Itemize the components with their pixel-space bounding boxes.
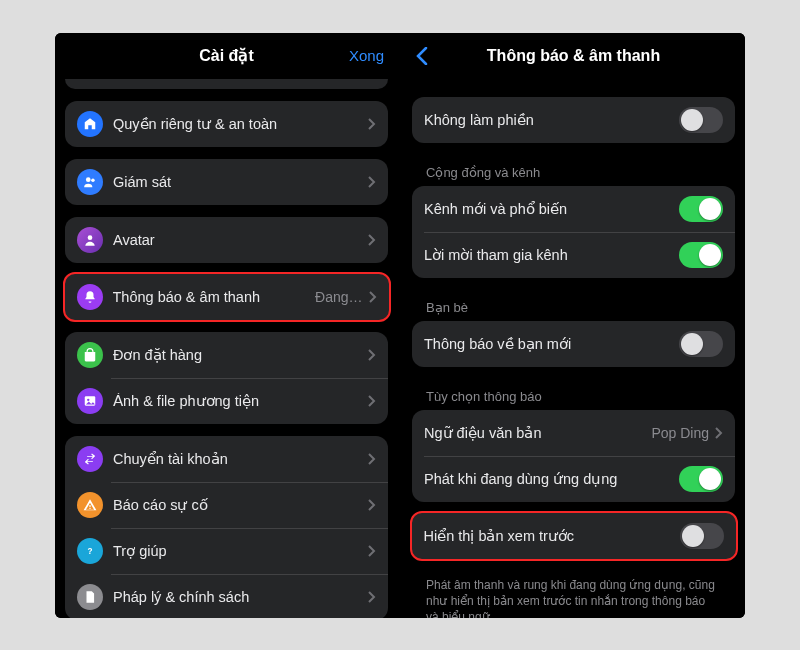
- row-help[interactable]: ? Trợ giúp: [65, 528, 388, 574]
- svg-point-0: [86, 177, 91, 182]
- show-preview-highlighted: Hiển thị bản xem trước: [410, 511, 738, 561]
- document-icon: [77, 584, 103, 610]
- row-channel-new[interactable]: Kênh mới và phổ biến: [412, 186, 735, 232]
- image-icon: [77, 388, 103, 414]
- chevron-right-icon: [368, 118, 376, 130]
- row-play-in-app[interactable]: Phát khi đang dùng ứng dụng: [412, 456, 735, 502]
- chevron-right-icon: [368, 176, 376, 188]
- toggle-channel-new[interactable]: [679, 196, 723, 222]
- privacy-group: Quyền riêng tư & an toàn: [65, 101, 388, 147]
- row-label: Pháp lý & chính sách: [113, 589, 362, 605]
- row-text-tone[interactable]: Ngữ điệu văn bản Pop Ding: [412, 410, 735, 456]
- section-friends: Bạn bè: [412, 290, 735, 321]
- bag-icon: [77, 342, 103, 368]
- avatar-icon: [77, 227, 103, 253]
- row-label: Thông báo & âm thanh: [113, 289, 310, 305]
- supervision-group: Giám sát: [65, 159, 388, 205]
- row-media[interactable]: Ảnh & file phương tiện: [65, 378, 388, 424]
- row-label: Giám sát: [113, 174, 362, 190]
- row-avatar[interactable]: Avatar: [65, 217, 388, 263]
- done-button[interactable]: Xong: [349, 47, 384, 64]
- toggle-play-in-app[interactable]: [679, 466, 723, 492]
- chevron-right-icon: [368, 591, 376, 603]
- people-icon: [77, 169, 103, 195]
- left-navbar: Cài đặt Xong: [55, 33, 398, 79]
- row-label: Kênh mới và phổ biến: [424, 201, 671, 217]
- toggle-show-preview[interactable]: [680, 523, 724, 549]
- row-label: Ngữ điệu văn bản: [424, 425, 645, 441]
- chevron-right-icon: [368, 234, 376, 246]
- row-report[interactable]: Báo cáo sự cố: [65, 482, 388, 528]
- left-screen: Cài đặt Xong Quyền riêng tư & an toàn: [55, 33, 398, 618]
- row-switch-account[interactable]: Chuyển tài khoản: [65, 436, 388, 482]
- row-notifications[interactable]: Thông báo & âm thanh Đang…: [65, 274, 389, 320]
- chevron-right-icon: [368, 395, 376, 407]
- profile-group: Avatar: [65, 217, 388, 263]
- row-label: Ảnh & file phương tiện: [113, 393, 362, 409]
- footer-note: Phát âm thanh và rung khi đang dùng ứng …: [412, 571, 735, 618]
- friends-group: Thông báo về bạn mới: [412, 321, 735, 367]
- account-group: Chuyển tài khoản Báo cáo sự cố ? Trợ giú…: [65, 436, 388, 618]
- chevron-right-icon: [368, 349, 376, 361]
- row-label: Đơn đặt hàng: [113, 347, 362, 363]
- chevron-right-icon: [368, 499, 376, 511]
- row-label: Hiển thị bản xem trước: [424, 528, 672, 544]
- row-dnd[interactable]: Không làm phiền: [412, 97, 735, 143]
- row-value: Đang…: [315, 289, 362, 305]
- row-label: Lời mời tham gia kênh: [424, 247, 671, 263]
- back-button[interactable]: [416, 47, 428, 65]
- svg-text:?: ?: [88, 546, 93, 555]
- row-orders[interactable]: Đơn đặt hàng: [65, 332, 388, 378]
- row-show-preview[interactable]: Hiển thị bản xem trước: [412, 513, 736, 559]
- row-label: Quyền riêng tư & an toàn: [113, 116, 362, 132]
- notifications-row-highlighted: Thông báo & âm thanh Đang…: [63, 272, 391, 322]
- toggle-dnd[interactable]: [679, 107, 723, 133]
- row-label: Thông báo về bạn mới: [424, 336, 671, 352]
- warning-icon: [77, 492, 103, 518]
- row-label: Không làm phiền: [424, 112, 671, 128]
- row-label: Trợ giúp: [113, 543, 362, 559]
- right-navbar: Thông báo & âm thanh: [402, 33, 745, 79]
- chevron-right-icon: [715, 427, 723, 439]
- help-icon: ?: [77, 538, 103, 564]
- svg-point-2: [88, 235, 93, 240]
- right-content: Không làm phiền Cộng đồng và kênh Kênh m…: [402, 79, 745, 618]
- right-screen: Thông báo & âm thanh Không làm phiền Cộn…: [402, 33, 745, 618]
- chevron-right-icon: [369, 291, 377, 303]
- shield-home-icon: [77, 111, 103, 137]
- toggle-new-friend[interactable]: [679, 331, 723, 357]
- row-label: Phát khi đang dùng ứng dụng: [424, 471, 671, 487]
- chevron-right-icon: [368, 453, 376, 465]
- screenshot-frame: Cài đặt Xong Quyền riêng tư & an toàn: [55, 33, 745, 618]
- page-title: Thông báo & âm thanh: [487, 47, 660, 65]
- dnd-group: Không làm phiền: [412, 97, 735, 143]
- row-supervision[interactable]: Giám sát: [65, 159, 388, 205]
- switch-icon: [77, 446, 103, 472]
- row-value: Pop Ding: [651, 425, 709, 441]
- section-options: Tùy chọn thông báo: [412, 379, 735, 410]
- row-label: Avatar: [113, 232, 362, 248]
- page-title: Cài đặt: [199, 46, 253, 65]
- row-new-friend[interactable]: Thông báo về bạn mới: [412, 321, 735, 367]
- bell-icon: [77, 284, 103, 310]
- row-privacy[interactable]: Quyền riêng tư & an toàn: [65, 101, 388, 147]
- section-community: Cộng đồng và kênh: [412, 155, 735, 186]
- row-label: Báo cáo sự cố: [113, 497, 362, 513]
- left-content: Quyền riêng tư & an toàn Giám sát: [55, 79, 398, 618]
- toggle-channel-invite[interactable]: [679, 242, 723, 268]
- community-group: Kênh mới và phổ biến Lời mời tham gia kê…: [412, 186, 735, 278]
- row-label: Chuyển tài khoản: [113, 451, 362, 467]
- svg-point-4: [87, 398, 89, 400]
- row-legal[interactable]: Pháp lý & chính sách: [65, 574, 388, 618]
- options-group: Ngữ điệu văn bản Pop Ding Phát khi đang …: [412, 410, 735, 502]
- row-channel-invite[interactable]: Lời mời tham gia kênh: [412, 232, 735, 278]
- partial-group: [65, 79, 388, 89]
- orders-media-group: Đơn đặt hàng Ảnh & file phương tiện: [65, 332, 388, 424]
- chevron-right-icon: [368, 545, 376, 557]
- svg-point-1: [91, 178, 95, 182]
